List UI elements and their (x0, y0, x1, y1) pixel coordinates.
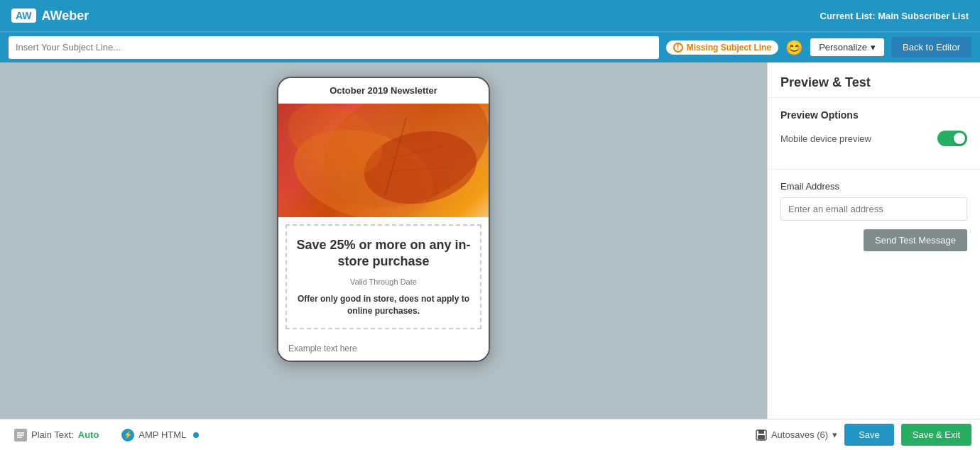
warning-icon: ! (673, 43, 683, 53)
preview-area: October 2019 Newsletter Save 25% or more… (0, 62, 767, 419)
email-address-label: Email Address (780, 181, 967, 192)
bottom-left: Plain Text: Auto ⚡ AMP HTML (9, 426, 756, 444)
coupon-box: Save 25% or more on any in-store purchas… (285, 224, 481, 329)
leaf-svg (278, 104, 489, 217)
right-panel: Preview & Test Preview Options Mobile de… (767, 62, 980, 419)
amp-html-label: AMP HTML (138, 429, 186, 440)
save-file-icon (756, 429, 767, 441)
newsletter-title: October 2019 Newsletter (278, 78, 489, 104)
svg-rect-11 (758, 430, 764, 434)
example-text: Example text here (278, 336, 489, 361)
missing-subject-badge: ! Missing Subject Line (666, 40, 778, 55)
amp-icon: ⚡ (121, 429, 134, 441)
preview-options-label: Preview Options (780, 109, 967, 121)
plain-text-button[interactable]: Plain Text: Auto (9, 426, 104, 444)
current-list: Current List: Main Subscriber List (820, 11, 969, 21)
mobile-preview-toggle[interactable] (937, 131, 967, 146)
svg-rect-12 (758, 435, 765, 439)
preview-options-section: Preview Options Mobile device preview (768, 98, 980, 169)
autosaves-button[interactable]: Autosaves (6) ▾ (756, 429, 837, 441)
save-button[interactable]: Save (844, 424, 894, 446)
personalize-button[interactable]: Personalize ▾ (810, 38, 884, 56)
coupon-title: Save 25% or more on any in-store purchas… (294, 237, 473, 270)
personalize-label: Personalize (819, 42, 867, 53)
mobile-frame: October 2019 Newsletter Save 25% or more… (277, 77, 490, 362)
subject-input[interactable] (9, 36, 659, 59)
brand-logo: AW (11, 9, 36, 23)
email-address-input[interactable] (780, 197, 967, 221)
plain-text-value: Auto (78, 429, 99, 440)
subject-bar: ! Missing Subject Line 😊 Personalize ▾ B… (0, 31, 980, 62)
toggle-knob (954, 133, 965, 144)
valid-date: Valid Through Date (294, 278, 473, 286)
panel-title: Preview & Test (768, 62, 980, 98)
brand-name: AWeber (42, 9, 89, 23)
bottom-bar: Plain Text: Auto ⚡ AMP HTML Autosaves (6… (0, 419, 980, 450)
amp-html-button[interactable]: ⚡ AMP HTML (116, 426, 205, 444)
email-address-section: Email Address Send Test Message (768, 169, 980, 263)
bottom-right: Autosaves (6) ▾ Save Save & Exit (756, 424, 971, 446)
chevron-down-icon: ▾ (871, 42, 876, 53)
autosaves-chevron-icon: ▾ (832, 429, 837, 440)
coupon-footer: Offer only good in store, does not apply… (294, 293, 473, 317)
missing-badge-label: Missing Subject Line (687, 43, 771, 53)
top-nav: AW AWeber Current List: Main Subscriber … (0, 0, 980, 31)
autosaves-label: Autosaves (6) (771, 429, 828, 440)
mobile-preview-row: Mobile device preview (780, 131, 967, 146)
brand: AW AWeber (11, 9, 89, 23)
amp-dot-indicator (193, 432, 199, 438)
plain-text-icon (14, 429, 27, 441)
emoji-button[interactable]: 😊 (785, 39, 803, 56)
plain-text-label: Plain Text: (31, 429, 74, 440)
hero-image (278, 104, 489, 217)
mobile-preview-label: Mobile device preview (780, 133, 871, 144)
lines-icon (16, 431, 25, 439)
send-test-button[interactable]: Send Test Message (864, 229, 967, 251)
back-to-editor-button[interactable]: Back to Editor (891, 37, 971, 57)
save-exit-button[interactable]: Save & Exit (901, 424, 971, 446)
main-content: October 2019 Newsletter Save 25% or more… (0, 62, 980, 419)
